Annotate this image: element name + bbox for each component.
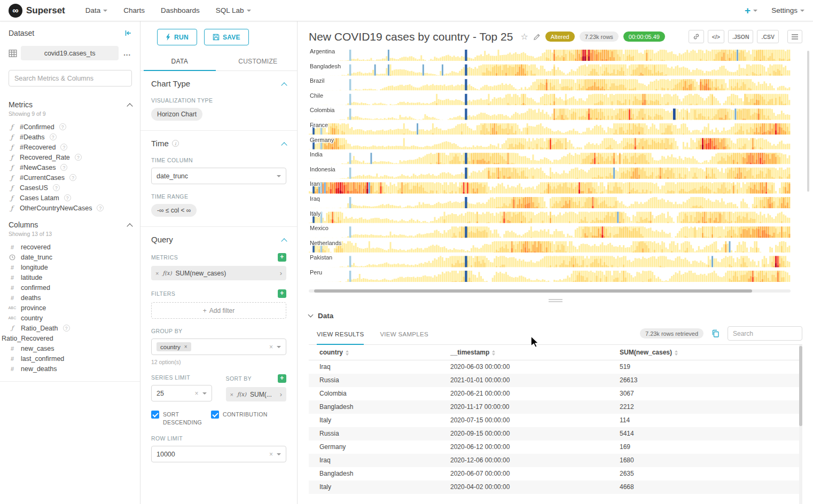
metric-chip[interactable]: × ƒ(x) SUM(new_cases) › bbox=[151, 266, 286, 280]
row-limit-select[interactable]: 10000 × bbox=[151, 446, 286, 462]
column-item[interactable]: #new_deaths bbox=[9, 364, 132, 374]
embed-code-button[interactable]: </> bbox=[708, 30, 724, 43]
column-item[interactable]: ABCcountry bbox=[9, 313, 132, 323]
column-item[interactable]: #longitude bbox=[9, 262, 132, 272]
column-item[interactable]: ABCprovince bbox=[9, 303, 132, 313]
remove-icon[interactable]: × bbox=[155, 270, 159, 277]
nav-item-label: Dashboards bbox=[161, 6, 200, 14]
csv-label: .CSV bbox=[761, 34, 775, 40]
sort-by-chip[interactable]: × ƒ(x) SUM(... › bbox=[226, 387, 287, 401]
dataset-options-button[interactable]: ... bbox=[122, 49, 132, 57]
settings-menu[interactable]: Settings bbox=[771, 6, 804, 14]
column-item[interactable]: #deaths bbox=[9, 293, 132, 303]
add-filter-button[interactable]: + bbox=[278, 289, 286, 298]
metric-item[interactable]: ƒ#Deaths? bbox=[9, 132, 132, 142]
chevron-up-icon[interactable] bbox=[281, 142, 287, 148]
contribution-checkbox[interactable]: CONTRIBUTION bbox=[211, 411, 268, 426]
group-by-chip[interactable]: country× bbox=[157, 342, 191, 351]
metrics-columns-search-input[interactable] bbox=[9, 70, 132, 86]
viz-type-value[interactable]: Horizon Chart bbox=[151, 108, 202, 121]
add-filter-dropzone[interactable]: + Add filter bbox=[151, 302, 286, 319]
copy-to-clipboard-icon[interactable] bbox=[712, 329, 720, 337]
copy-link-button[interactable] bbox=[689, 30, 704, 43]
clear-icon[interactable]: × bbox=[269, 343, 273, 351]
chevron-right-icon[interactable]: › bbox=[280, 269, 282, 277]
column-item[interactable]: #confirmed bbox=[9, 282, 132, 293]
metric-item[interactable]: ƒ#NewCases? bbox=[9, 162, 132, 172]
superset-home-link[interactable]: ∞ Superset bbox=[9, 4, 65, 18]
nav-item-charts[interactable]: Charts bbox=[123, 6, 145, 14]
scrollbar-thumb[interactable] bbox=[314, 289, 752, 293]
collapse-panel-icon[interactable] bbox=[124, 29, 132, 37]
tab-data[interactable]: DATA bbox=[140, 52, 219, 70]
remove-icon[interactable]: × bbox=[230, 391, 233, 398]
column-item[interactable]: #recovered bbox=[9, 242, 132, 252]
nav-item-data[interactable]: Data bbox=[85, 6, 108, 14]
metrics-section-header[interactable]: Metrics bbox=[9, 100, 132, 109]
export-csv-button[interactable]: .CSV bbox=[757, 30, 779, 43]
column-item[interactable]: #new_cases bbox=[9, 343, 132, 353]
chart-menu-button[interactable] bbox=[787, 30, 802, 43]
results-search-input[interactable] bbox=[728, 326, 802, 341]
time-column-select[interactable]: date_trunc bbox=[151, 168, 286, 184]
metrics-list: ƒ#Confirmed?ƒ#Deaths?ƒ#Recovered?ƒRecove… bbox=[9, 122, 132, 213]
scrollbar-thumb[interactable] bbox=[799, 346, 802, 426]
remove-icon[interactable]: × bbox=[184, 344, 187, 350]
altered-badge[interactable]: Altered bbox=[545, 32, 575, 42]
drag-grip-icon bbox=[549, 299, 562, 302]
column-header-sum-new-cases-[interactable]: SUM(new_cases) bbox=[620, 345, 802, 360]
sort-descending-checkbox[interactable]: SORT DESCENDING bbox=[151, 411, 202, 426]
metric-item[interactable]: ƒ#Recovered? bbox=[9, 142, 132, 152]
series-limit-select[interactable]: 25 × bbox=[151, 385, 212, 401]
chevron-up-icon[interactable] bbox=[281, 82, 287, 88]
columns-section-header[interactable]: Columns bbox=[9, 220, 132, 229]
metric-item[interactable]: ƒOtherCountryNewCases? bbox=[9, 203, 132, 213]
dataset-table-icon bbox=[9, 49, 17, 58]
resize-handle[interactable] bbox=[298, 294, 813, 307]
metric-item[interactable]: ƒ#CurrentCases? bbox=[9, 172, 132, 183]
export-json-button[interactable]: .JSON bbox=[728, 30, 754, 43]
column-item[interactable]: #last_confirmed bbox=[9, 353, 132, 364]
settings-label: Settings bbox=[771, 6, 798, 14]
column-item[interactable]: date_trunc bbox=[9, 252, 132, 262]
numeric-type-icon: # bbox=[9, 274, 16, 281]
time-range-value[interactable]: -∞ ≤ col < ∞ bbox=[151, 204, 197, 217]
dataset-name[interactable]: covid19.cases_ts bbox=[21, 46, 119, 60]
clear-icon[interactable]: × bbox=[269, 451, 273, 458]
column-item[interactable]: ƒRatio_Death? bbox=[9, 323, 132, 333]
tab-view-results[interactable]: VIEW RESULTS bbox=[309, 324, 372, 344]
group-by-label: GROUP BY bbox=[151, 328, 182, 334]
results-section-header[interactable]: Data bbox=[309, 307, 802, 324]
metric-item[interactable]: ƒCasesUS? bbox=[9, 183, 132, 193]
hamburger-icon bbox=[792, 34, 798, 40]
favorite-star-icon[interactable]: ☆ bbox=[520, 32, 528, 42]
group-by-select[interactable]: country× × bbox=[151, 338, 286, 355]
section-time: Timei TIME COLUMN date_trunc TIME RANGE … bbox=[140, 131, 297, 227]
save-button[interactable]: SAVE bbox=[204, 29, 249, 45]
tab-customize[interactable]: CUSTOMIZE bbox=[219, 52, 298, 70]
column-header-label: __timestamp bbox=[450, 349, 489, 356]
chevron-right-icon[interactable]: › bbox=[280, 390, 282, 398]
chevron-up-icon[interactable] bbox=[281, 238, 287, 244]
chart-vertical-scrollbar-thumb[interactable] bbox=[807, 51, 809, 192]
run-button[interactable]: RUN bbox=[157, 29, 197, 45]
column-header-country[interactable]: country bbox=[309, 345, 450, 360]
tab-view-samples[interactable]: VIEW SAMPLES bbox=[372, 324, 436, 344]
add-sort-button[interactable]: + bbox=[278, 374, 286, 383]
nav-item-dashboards[interactable]: Dashboards bbox=[161, 6, 200, 14]
column-item[interactable]: Ratio_Recovered bbox=[2, 333, 132, 343]
function-icon: ƒ bbox=[9, 174, 15, 182]
metric-item[interactable]: ƒCases Latam? bbox=[9, 193, 132, 203]
function-icon: ƒ bbox=[9, 184, 15, 192]
function-icon: ƒ bbox=[9, 194, 15, 202]
column-item[interactable]: #latitude bbox=[9, 272, 132, 282]
horizon-chart-canvas[interactable] bbox=[309, 49, 791, 285]
nav-item-sql-lab[interactable]: SQL Lab bbox=[216, 6, 251, 14]
column-header--timestamp[interactable]: __timestamp bbox=[450, 345, 620, 360]
edit-title-icon[interactable] bbox=[533, 33, 541, 41]
add-metric-button[interactable]: + bbox=[278, 253, 286, 262]
metric-item[interactable]: ƒ#Confirmed? bbox=[9, 122, 132, 132]
new-menu-button[interactable]: + bbox=[745, 5, 757, 17]
clear-icon[interactable]: × bbox=[194, 390, 198, 397]
metric-item[interactable]: ƒRecovered_Rate? bbox=[9, 152, 132, 162]
